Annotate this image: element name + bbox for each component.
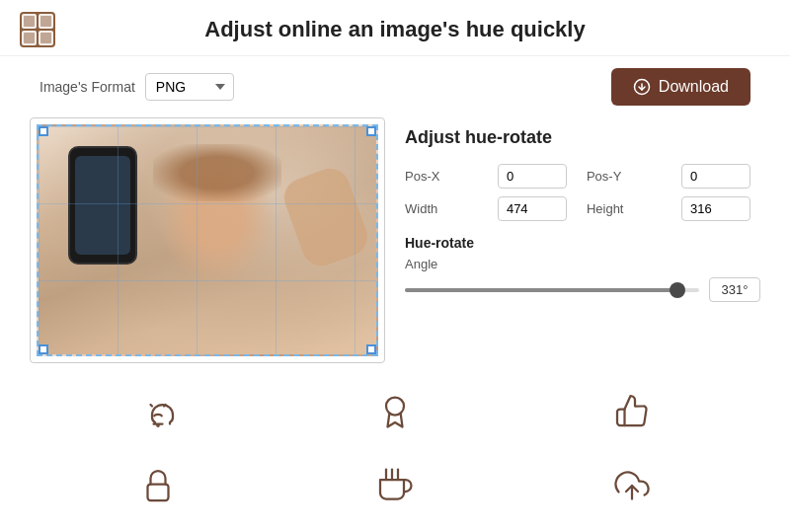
- hand-button[interactable]: [369, 460, 421, 511]
- pos-x-input[interactable]: [498, 164, 567, 189]
- upload-cloud-icon: [614, 468, 650, 503]
- lightbulb-button[interactable]: [132, 385, 184, 436]
- hue-slider-track[interactable]: [405, 288, 699, 292]
- width-input[interactable]: [498, 196, 567, 221]
- adjust-title: Adjust hue-rotate: [405, 127, 760, 148]
- corner-handle-tr[interactable]: [366, 126, 376, 136]
- svg-point-14: [386, 398, 404, 416]
- hue-slider-container: 331°: [405, 277, 760, 302]
- svg-line-13: [164, 405, 166, 407]
- image-preview[interactable]: [37, 124, 378, 356]
- thumbsup-icon: [614, 393, 650, 428]
- svg-rect-5: [24, 16, 35, 27]
- award-icon: [377, 393, 413, 428]
- controls-panel: Adjust hue-rotate Pos-X Pos-Y Width Heig…: [405, 117, 760, 363]
- corner-handle-bl[interactable]: [39, 344, 48, 354]
- hand-icon: [377, 468, 413, 503]
- lightbulb-icon: [140, 393, 176, 428]
- svg-point-11: [157, 424, 159, 426]
- corner-handle-tl[interactable]: [39, 126, 48, 136]
- grid-overlay: [39, 126, 376, 354]
- angle-label: Angle: [405, 257, 760, 271]
- image-panel: [30, 117, 385, 363]
- position-fields: Pos-X Pos-Y Width Height: [405, 164, 760, 221]
- angle-value: 331°: [709, 277, 760, 302]
- slider-fill: [405, 288, 675, 292]
- lock-button[interactable]: [132, 460, 184, 511]
- download-button[interactable]: Download: [611, 68, 750, 106]
- corner-handle-br[interactable]: [366, 344, 376, 354]
- pos-y-label: Pos-Y: [587, 169, 672, 184]
- app-logo: [20, 12, 55, 47]
- svg-rect-15: [148, 485, 169, 501]
- pos-x-label: Pos-X: [405, 169, 488, 184]
- icon-row-2: [0, 448, 790, 523]
- award-button[interactable]: [369, 385, 421, 436]
- download-icon: [633, 78, 651, 96]
- svg-rect-7: [24, 33, 35, 43]
- svg-line-12: [151, 405, 153, 407]
- format-group: Image's Format PNG JPG WEBP BMP: [40, 73, 234, 101]
- height-label: Height: [587, 201, 672, 216]
- hue-section-label: Hue-rotate: [405, 235, 760, 251]
- image-container: [30, 117, 385, 363]
- upload-button[interactable]: [606, 460, 658, 511]
- format-label: Image's Format: [40, 79, 135, 95]
- svg-rect-6: [40, 16, 51, 27]
- pos-y-input[interactable]: [681, 164, 750, 189]
- main-content: Adjust hue-rotate Pos-X Pos-Y Width Heig…: [0, 117, 790, 373]
- header: Adjust online an image's hue quickly: [0, 0, 790, 56]
- icon-row-1: [0, 373, 790, 448]
- toolbar: Image's Format PNG JPG WEBP BMP Download: [0, 56, 790, 117]
- format-select[interactable]: PNG JPG WEBP BMP: [145, 73, 234, 101]
- height-input[interactable]: [681, 196, 750, 221]
- page-title: Adjust online an image's hue quickly: [67, 17, 723, 42]
- width-label: Width: [405, 201, 488, 216]
- slider-thumb[interactable]: [670, 282, 685, 298]
- thumbsup-button[interactable]: [606, 385, 658, 436]
- svg-rect-8: [40, 33, 51, 43]
- lock-icon: [140, 468, 176, 503]
